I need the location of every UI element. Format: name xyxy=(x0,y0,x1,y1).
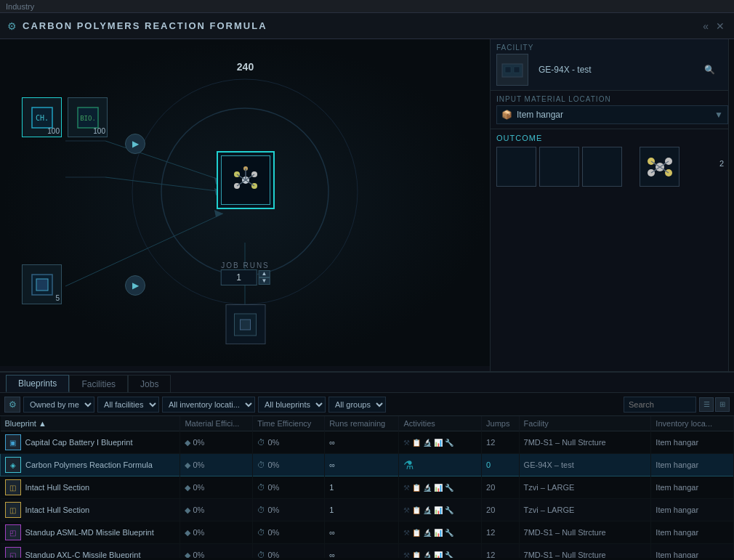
cell-activities: ⚒ 📋 🔬 📊 🔧 xyxy=(399,544,482,559)
col-runs[interactable]: Runs remaining xyxy=(325,416,399,431)
table-body: ▣ Capital Cap Battery I Blueprint ◆ 0% ⏱… xyxy=(1,431,734,559)
outcome-slot-product xyxy=(640,147,679,187)
groups-select[interactable]: All groups xyxy=(328,397,386,413)
cell-runs: ∞ xyxy=(325,431,399,454)
grid-view-icon[interactable]: ⊞ xyxy=(715,397,730,412)
title-bar: Industry xyxy=(0,0,734,13)
outcome-number: 2 xyxy=(719,159,724,168)
table-row[interactable]: ◱ Standup AXL-C Missile Blueprint ◆ 0% ⏱… xyxy=(1,544,734,559)
cell-runs: ∞ xyxy=(325,454,399,476)
minimize-icon[interactable]: « xyxy=(701,20,711,32)
svg-line-4 xyxy=(65,214,223,286)
runs-increment[interactable]: ▲ xyxy=(259,270,270,277)
window-controls: « ✕ xyxy=(701,20,727,32)
tab-blueprints[interactable]: Blueprints xyxy=(6,375,69,392)
cell-runs: ∞ xyxy=(325,522,399,544)
svg-rect-16 xyxy=(36,279,48,291)
cell-jumps: 0 xyxy=(482,454,520,476)
hangar-icon: 📦 xyxy=(501,110,512,120)
cell-activities: ⚒ 📋 🔬 📊 🔧 xyxy=(399,499,482,522)
svg-marker-7 xyxy=(214,210,223,217)
cell-blueprint: ▣ Capital Cap Battery I Blueprint xyxy=(1,431,180,454)
facility-search-icon[interactable]: 🔍 xyxy=(704,65,715,75)
cell-mat-eff: ◆ 0% xyxy=(180,454,253,476)
svg-rect-32 xyxy=(514,67,520,73)
cell-mat-eff: ◆ 0% xyxy=(180,522,253,544)
input-material-label: INPUT MATERIAL LOCATION xyxy=(496,95,728,103)
cell-time-eff: ⏱ 0% xyxy=(253,544,325,559)
inventory-select[interactable]: All inventory locati... xyxy=(162,397,255,413)
table-row[interactable]: ◫ Intact Hull Section ◆ 0% ⏱ 0% 1 ⚒ 📋 🔬 … xyxy=(1,499,734,522)
blueprint-icon: ◈ xyxy=(5,457,21,473)
table-row[interactable]: ◈ Carbon Polymers Reaction Formula ◆ 0% … xyxy=(1,454,734,476)
reaction-canvas: 240 CH. 100 BIO. 100 xyxy=(0,39,491,366)
arrow-btn-bottom[interactable]: ▶ xyxy=(125,275,145,296)
item-count-2: 100 xyxy=(93,127,105,135)
facility-thumbnail xyxy=(496,54,528,86)
input-item-3[interactable]: 5 xyxy=(22,264,62,304)
output-item-bottom[interactable] xyxy=(225,304,265,344)
tab-facilities[interactable]: Facilities xyxy=(69,375,128,392)
col-jumps[interactable]: Jumps xyxy=(482,416,520,431)
table-row[interactable]: ◫ Intact Hull Section ◆ 0% ⏱ 0% 1 ⚒ 📋 🔬 … xyxy=(1,476,734,499)
job-runs-section: JOB RUNS ▲ ▼ xyxy=(221,261,270,272)
settings-icon[interactable]: ⚙ xyxy=(4,397,20,413)
table-row[interactable]: ▣ Capital Cap Battery I Blueprint ◆ 0% ⏱… xyxy=(1,431,734,454)
svg-line-2 xyxy=(105,141,223,181)
cell-jumps: 12 xyxy=(482,544,520,559)
col-time-eff[interactable]: Time Efficiency xyxy=(253,416,325,431)
outcome-slot-2 xyxy=(539,147,579,187)
cell-runs: 1 xyxy=(325,499,399,522)
facility-name: GE-94X - test xyxy=(539,65,592,75)
cell-time-eff: ⏱ 0% xyxy=(253,431,325,454)
dropdown-arrow-icon: ▼ xyxy=(714,110,723,120)
col-mat-eff[interactable]: Material Effici... xyxy=(180,416,253,431)
cell-time-eff: ⏱ 0% xyxy=(253,499,325,522)
blueprint-icon: ◫ xyxy=(5,502,21,518)
tabs-bar: Blueprints Facilities Jobs xyxy=(0,373,734,393)
input-item-1[interactable]: CH. 100 xyxy=(22,97,62,137)
col-inventory[interactable]: Inventory loca... xyxy=(651,416,734,431)
runs-label: 240 xyxy=(237,61,254,73)
svg-line-3 xyxy=(105,177,223,192)
cell-facility: Tzvi – LARGE xyxy=(519,476,651,499)
tab-jobs[interactable]: Jobs xyxy=(128,375,171,392)
blueprint-icon: ◫ xyxy=(5,479,21,495)
list-view-icon[interactable]: ☰ xyxy=(699,397,714,412)
runs-decrement[interactable]: ▼ xyxy=(259,277,270,285)
cell-facility: 7MD-S1 – Null Strcture xyxy=(519,431,651,454)
outcome-slot-1 xyxy=(496,147,536,187)
blueprint-table-scroll[interactable]: Blueprint ▲ Material Effici... Time Effi… xyxy=(0,416,734,558)
cell-activities: ⚒ 📋 🔬 📊 🔧 xyxy=(399,431,482,454)
owned-by-select[interactable]: Owned by me xyxy=(23,397,94,413)
col-blueprint[interactable]: Blueprint ▲ xyxy=(1,416,180,431)
close-icon[interactable]: ✕ xyxy=(714,20,727,32)
search-input[interactable] xyxy=(624,397,696,413)
table-row[interactable]: ◰ Standup ASML-MD Missile Blueprint ◆ 0%… xyxy=(1,522,734,544)
input-item-2[interactable]: BIO. 100 xyxy=(68,97,108,137)
table-area: Blueprints Facilities Jobs ⚙ Owned by me… xyxy=(0,371,734,560)
input-location-value: Item hangar xyxy=(517,110,563,120)
input-location-select[interactable]: 📦 Item hangar ▼ xyxy=(496,105,728,124)
cell-inventory: Item hangar xyxy=(651,476,734,499)
cell-time-eff: ⏱ 0% xyxy=(253,522,325,544)
col-activities[interactable]: Activities xyxy=(399,416,482,431)
outcome-items xyxy=(496,147,728,187)
cell-runs: 1 xyxy=(325,476,399,499)
cell-activities: ⚗ xyxy=(399,454,482,476)
cell-facility: GE-94X – test xyxy=(519,454,651,476)
col-facility[interactable]: Facility xyxy=(519,416,651,431)
cell-mat-eff: ◆ 0% xyxy=(180,544,253,559)
job-runs-input[interactable] xyxy=(221,269,257,285)
blueprints-select[interactable]: All blueprints xyxy=(258,397,326,413)
cell-inventory: Item hangar xyxy=(651,522,734,544)
cell-jumps: 12 xyxy=(482,522,520,544)
facilities-select[interactable]: All facilities xyxy=(97,397,159,413)
blueprint-center[interactable] xyxy=(217,151,275,209)
svg-text:CH.: CH. xyxy=(35,114,48,122)
title-bar-text: Industry xyxy=(6,2,34,11)
cell-activities: ⚒ 📋 🔬 📊 🔧 xyxy=(399,476,482,499)
cell-mat-eff: ◆ 0% xyxy=(180,431,253,454)
facility-label: FACILITY xyxy=(496,44,728,52)
arrow-btn-top[interactable]: ▶ xyxy=(125,134,145,154)
